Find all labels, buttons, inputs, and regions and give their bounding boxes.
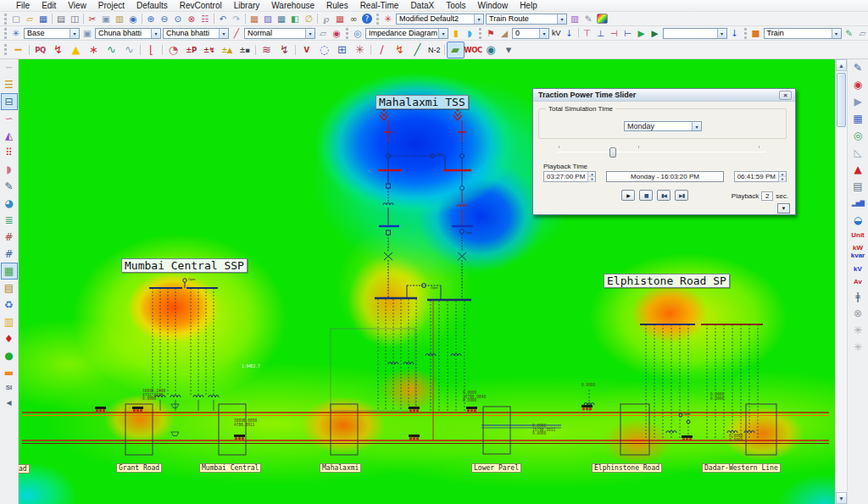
study-view-combo[interactable]: Chuna bhatti▾: [95, 28, 161, 39]
menu-datax[interactable]: DataX: [404, 0, 440, 12]
marker-pen-icon[interactable]: ━: [9, 42, 27, 58]
train-globe-icon[interactable]: ◉: [849, 76, 866, 93]
bus-split-icon[interactable]: ⊥: [594, 27, 608, 40]
v-curve-icon[interactable]: V: [298, 42, 315, 58]
menu-warehouse[interactable]: Warehouse: [265, 0, 320, 12]
new-icon[interactable]: ▢: [9, 13, 23, 25]
options-gear-icon[interactable]: ✳: [849, 322, 866, 339]
protection-dial-icon[interactable]: ◔: [164, 42, 182, 58]
revision-line-icon[interactable]: ╱: [230, 27, 243, 40]
presentation-combo[interactable]: Modified Default2▾: [396, 14, 484, 25]
print-icon[interactable]: ▤: [54, 13, 68, 25]
bus-merge-icon[interactable]: ⊤: [581, 27, 594, 40]
track-station-label[interactable]: Grant Road: [116, 463, 162, 473]
align-right-icon[interactable]: ⊢: [621, 27, 635, 40]
menu-file[interactable]: File: [10, 0, 36, 12]
diagram-combo[interactable]: Impedance Diagram▾: [365, 28, 448, 39]
toolbar-overflow-icon[interactable]: ▾: [500, 42, 518, 58]
link-box-icon[interactable]: ▬: [1, 364, 18, 381]
undo-icon[interactable]: ↶: [216, 13, 230, 25]
network-icon[interactable]: #: [1, 246, 18, 263]
save-icon[interactable]: ▦: [36, 13, 50, 25]
gis-map-icon[interactable]: ▦: [1, 263, 18, 280]
dumpster-icon[interactable]: ♻: [1, 296, 18, 313]
chevron-down-icon[interactable]: ▾: [438, 29, 448, 38]
stylus-icon[interactable]: ✎: [1, 178, 18, 195]
star-tcc-icon[interactable]: ⌊: [142, 42, 160, 58]
switching-sequence-icon[interactable]: ∕: [373, 42, 391, 58]
theme-shape-icon[interactable]: ◭: [1, 127, 18, 144]
cut-icon[interactable]: ✂: [86, 13, 99, 25]
zoom-out-icon[interactable]: ⊖: [158, 13, 171, 25]
meter-icon[interactable]: ◒: [849, 212, 866, 229]
woc-icon[interactable]: WOC: [465, 42, 482, 58]
menu-defaults[interactable]: Defaults: [131, 0, 174, 12]
report-icon[interactable]: ▤: [849, 178, 866, 195]
station-boxes[interactable]: [125, 404, 776, 455]
alarm-bell-icon[interactable]: ▲: [849, 161, 866, 178]
node-analysis-icon[interactable]: ⊞: [333, 42, 351, 58]
key-icon[interactable]: ℘: [320, 13, 333, 25]
menu-window[interactable]: Window: [472, 0, 515, 12]
track-station-label[interactable]: Mahalaxmi: [320, 463, 361, 473]
scroll-down-icon[interactable]: ▼: [836, 492, 847, 504]
disabled-circle-icon[interactable]: ⊗: [849, 305, 866, 322]
chevron-down-icon[interactable]: ▾: [717, 29, 726, 38]
dashboard-icon[interactable]: ▦: [849, 110, 866, 127]
data-exchange-icon[interactable]: ◉: [330, 27, 343, 40]
study-case-combo[interactable]: Chuna bhatti▾: [163, 28, 229, 39]
optimal-power-flow-icon[interactable]: ±P: [182, 42, 200, 58]
copy-study-icon[interactable]: ▣: [81, 27, 94, 40]
revision-combo[interactable]: Normal▾: [244, 28, 315, 39]
apply-voltage-icon[interactable]: ↓: [563, 27, 576, 40]
sequence-sc-icon[interactable]: ↯: [391, 42, 409, 58]
battery-sizing-icon[interactable]: ±▪: [236, 42, 253, 58]
chevron-down-icon[interactable]: ▾: [474, 14, 483, 24]
align-left-icon[interactable]: ⊣: [608, 27, 621, 40]
chevron-down-icon[interactable]: ▾: [557, 14, 566, 24]
edit-oneline-icon[interactable]: ⊟: [1, 93, 18, 110]
track-station-label[interactable]: Lower Parel: [471, 463, 521, 473]
globe-rainbow-icon[interactable]: ◕: [1, 195, 18, 212]
redo-icon[interactable]: ↷: [230, 13, 243, 25]
grouping-icon[interactable]: ▥: [1, 313, 18, 330]
copy-icon[interactable]: ▣: [99, 13, 113, 25]
time-slider[interactable]: [557, 146, 765, 158]
edit-train-icon[interactable]: ✎: [843, 27, 856, 40]
unit-toggle[interactable]: Unit: [851, 231, 865, 239]
track-station-label[interactable]: Mumbai Central: [199, 463, 261, 473]
kv-toggle[interactable]: kV: [854, 265, 862, 273]
apply-filter-icon[interactable]: ↓: [728, 27, 742, 40]
menu-help[interactable]: Help: [514, 0, 543, 12]
scroll-up-icon[interactable]: ▲: [836, 59, 847, 71]
scrollbar-thumb[interactable]: [837, 73, 846, 127]
arc-flash-icon[interactable]: ↯: [275, 42, 293, 58]
config-star-icon[interactable]: ✳: [9, 27, 23, 40]
menu-rules[interactable]: Rules: [320, 0, 354, 12]
playback-interval-input[interactable]: [761, 191, 773, 201]
step-back-button[interactable]: ▮◀: [657, 190, 670, 201]
ramp-icon[interactable]: ◺: [849, 144, 866, 161]
star-network-icon[interactable]: ✳: [351, 42, 369, 58]
theme-icon[interactable]: ▨: [261, 13, 275, 25]
toolbar-grip-icon[interactable]: ┄: [1, 59, 18, 76]
slider-handle[interactable]: [609, 147, 616, 158]
mahalaxmi-tss-diagram[interactable]: [331, 108, 473, 440]
dialog-titlebar[interactable]: Traction Power Time Slider ×: [533, 89, 795, 102]
paste-study-icon[interactable]: ▱: [316, 27, 330, 40]
open-icon[interactable]: ▱: [23, 13, 36, 25]
transient-stability-icon[interactable]: ∿: [103, 42, 120, 58]
etrax-train-icon[interactable]: ▰: [447, 42, 465, 58]
menu-library[interactable]: Library: [228, 0, 266, 12]
annotation-pencil-icon[interactable]: ✎: [581, 13, 595, 25]
menu-real-time[interactable]: Real-Time: [354, 0, 405, 12]
highlighter-icon[interactable]: ▮: [449, 27, 463, 40]
lock-icon[interactable]: ∅: [302, 13, 315, 25]
train-combo[interactable]: Train▾: [764, 28, 842, 39]
legend-colors-icon[interactable]: ▥: [568, 13, 581, 25]
play-button[interactable]: ▶: [621, 190, 635, 201]
chevron-down-icon[interactable]: ▾: [539, 29, 548, 38]
run-train-icon[interactable]: ▶: [635, 27, 648, 40]
close-icon[interactable]: ×: [779, 91, 792, 100]
harmonic-filter-icon[interactable]: ±▲: [218, 42, 236, 58]
